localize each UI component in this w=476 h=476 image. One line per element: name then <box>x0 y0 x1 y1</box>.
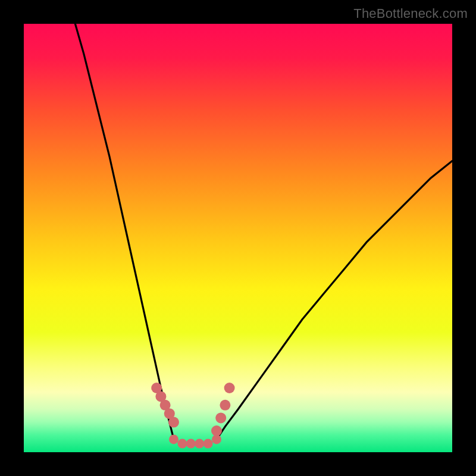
plot-area <box>24 24 452 452</box>
marker-dot <box>168 417 179 428</box>
marker-dot <box>224 383 235 393</box>
marker-dot <box>211 425 222 436</box>
chart-frame: TheBottleneck.com <box>0 0 476 476</box>
bottleneck-markers <box>151 383 234 449</box>
marker-dot <box>169 434 178 444</box>
marker-dot <box>215 412 226 423</box>
marker-dot <box>220 400 230 411</box>
marker-dot <box>203 439 213 449</box>
left-curve <box>75 24 174 439</box>
marker-dot <box>186 439 196 449</box>
right-curve <box>217 161 452 439</box>
curve-layer <box>24 24 452 452</box>
watermark-text: TheBottleneck.com <box>353 6 468 21</box>
marker-dot <box>195 439 204 449</box>
marker-dot <box>177 439 187 449</box>
